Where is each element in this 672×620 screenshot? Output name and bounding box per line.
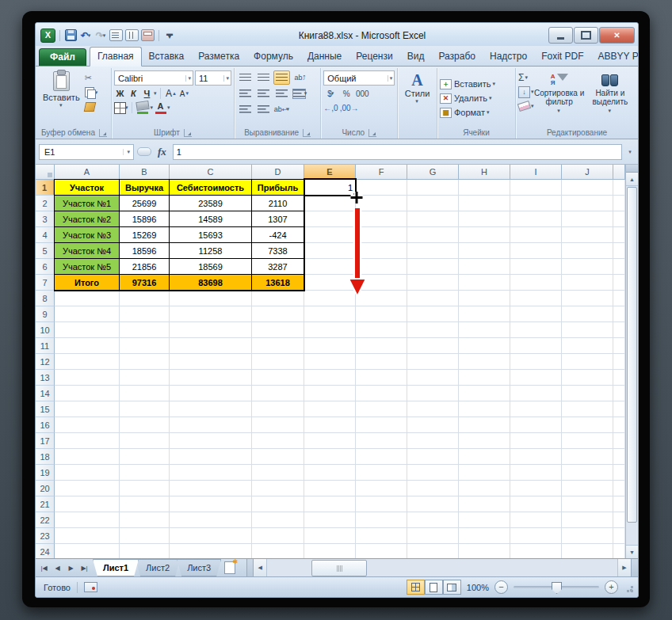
grid-cell[interactable] [120, 544, 170, 558]
tab-разрабо[interactable]: Разрабо [431, 48, 483, 66]
table-cell[interactable]: Участок №4 [55, 243, 120, 259]
paste-button[interactable]: Вставить ▾ [40, 70, 83, 110]
grid-cell[interactable] [252, 481, 304, 496]
grid-cell[interactable] [304, 528, 356, 544]
grid-cell[interactable] [510, 196, 562, 211]
grid-cell[interactable] [55, 354, 120, 370]
grid-cell[interactable] [252, 496, 304, 512]
grid-cell[interactable] [304, 227, 356, 243]
grid-cell[interactable] [304, 465, 356, 481]
grid-cell[interactable] [356, 386, 407, 401]
table-cell[interactable]: 21856 [120, 259, 170, 275]
grid-cell[interactable] [510, 449, 562, 465]
select-all-corner[interactable] [36, 165, 55, 180]
grid-cell[interactable] [459, 481, 510, 496]
tab-foxit-pdf[interactable]: Foxit PDF [534, 48, 590, 66]
column-header-partial[interactable] [613, 165, 625, 180]
table-cell[interactable]: Участок №1 [55, 196, 120, 211]
excel-logo-icon[interactable]: X [40, 29, 55, 43]
cut-button[interactable]: ✂ [85, 72, 98, 84]
grid-cell[interactable] [120, 512, 170, 528]
table-cell[interactable]: 25699 [120, 196, 170, 211]
grid-cell[interactable] [55, 449, 120, 465]
grid-cell[interactable] [55, 338, 120, 354]
row-header-11[interactable]: 11 [36, 338, 55, 354]
zoom-in-button[interactable]: + [605, 580, 618, 594]
zoom-out-button[interactable]: − [494, 580, 508, 594]
redo-button[interactable]: ↷▾ [94, 29, 107, 42]
grid-cell[interactable] [120, 481, 170, 496]
grid-cell[interactable] [407, 496, 459, 512]
horizontal-scroll-thumb[interactable] [311, 560, 367, 576]
grid-cell[interactable] [562, 211, 613, 227]
table-cell[interactable]: 15693 [170, 227, 252, 243]
increase-indent-button[interactable] [255, 102, 272, 116]
table-cell[interactable]: 2110 [252, 196, 304, 211]
decrease-indent-button[interactable] [237, 102, 254, 116]
grid-cell[interactable] [407, 401, 459, 417]
formula-input[interactable]: 1 [173, 144, 622, 160]
row-header-14[interactable]: 14 [36, 386, 55, 401]
sheet-tab-лист3[interactable]: Лист3 [177, 559, 221, 576]
insert-cells-button[interactable]: ＋Вставить▾ [440, 77, 495, 91]
grid-cell[interactable] [252, 512, 304, 528]
grid-cell[interactable] [562, 322, 613, 338]
grid-cell[interactable] [510, 401, 562, 417]
grid-cell[interactable] [252, 433, 304, 449]
grid-cell[interactable] [510, 338, 562, 354]
grid-cell[interactable] [170, 449, 252, 465]
grid-cell[interactable] [304, 449, 356, 465]
grid-cell[interactable] [304, 211, 356, 227]
grid-cell[interactable] [304, 322, 356, 338]
zoom-level[interactable]: 100% [467, 583, 489, 592]
grid-cell[interactable] [613, 449, 625, 465]
grid-cell[interactable] [120, 417, 170, 433]
horizontal-scrollbar[interactable]: ◀ ▶ [254, 559, 638, 576]
table-cell[interactable]: 83698 [170, 275, 252, 291]
dialog-launcher-icon[interactable] [303, 129, 311, 137]
vertical-split-box[interactable] [626, 165, 638, 173]
grid-cell[interactable] [459, 227, 510, 243]
grid-cell[interactable] [510, 386, 562, 401]
styles-button[interactable]: А Стили ▾ [402, 70, 433, 106]
grid-cell[interactable] [613, 496, 625, 512]
copy-button[interactable]: ▾ [85, 86, 98, 98]
grid-cell[interactable] [304, 275, 356, 291]
grid-cell[interactable] [407, 370, 459, 386]
row-header-19[interactable]: 19 [36, 465, 55, 481]
grid-cell[interactable] [55, 291, 120, 306]
calculator-button[interactable] [141, 29, 155, 42]
close-button[interactable]: ✕ [599, 27, 635, 44]
grid-cell[interactable] [510, 306, 562, 322]
grid-cell[interactable] [510, 275, 562, 291]
column-header-I[interactable]: I [510, 165, 562, 180]
table-cell[interactable]: Прибыль [252, 180, 304, 196]
row-header-22[interactable]: 22 [36, 512, 55, 528]
page-layout-view-button[interactable] [425, 580, 443, 595]
tab-надстро[interactable]: Надстро [483, 48, 534, 66]
grid-cell[interactable] [562, 512, 613, 528]
restore-button[interactable] [574, 27, 598, 44]
grid-cell[interactable] [252, 322, 304, 338]
grid-cell[interactable] [459, 465, 510, 481]
row-header-7[interactable]: 7 [36, 275, 55, 291]
grid-cell[interactable] [55, 370, 120, 386]
grid-cell[interactable] [170, 465, 252, 481]
zoom-slider-thumb[interactable] [552, 582, 562, 594]
grid-cell[interactable] [252, 528, 304, 544]
increase-decimal-button[interactable]: ←,0 [323, 101, 338, 114]
grid-cell[interactable] [510, 370, 562, 386]
grid-cell[interactable] [356, 433, 407, 449]
grid-cell[interactable] [356, 306, 407, 322]
grid-cell[interactable] [55, 496, 120, 512]
table-cell[interactable]: 1307 [252, 211, 304, 227]
grid-cell[interactable] [407, 354, 459, 370]
grid-cell[interactable] [459, 386, 510, 401]
grid-cell[interactable] [562, 481, 613, 496]
grid-cell[interactable] [407, 465, 459, 481]
grid-cell[interactable] [562, 196, 613, 211]
split-view-button[interactable] [125, 29, 139, 42]
grid-cell[interactable] [407, 338, 459, 354]
grid-cell[interactable] [459, 291, 510, 306]
grid-cell[interactable] [356, 243, 407, 259]
